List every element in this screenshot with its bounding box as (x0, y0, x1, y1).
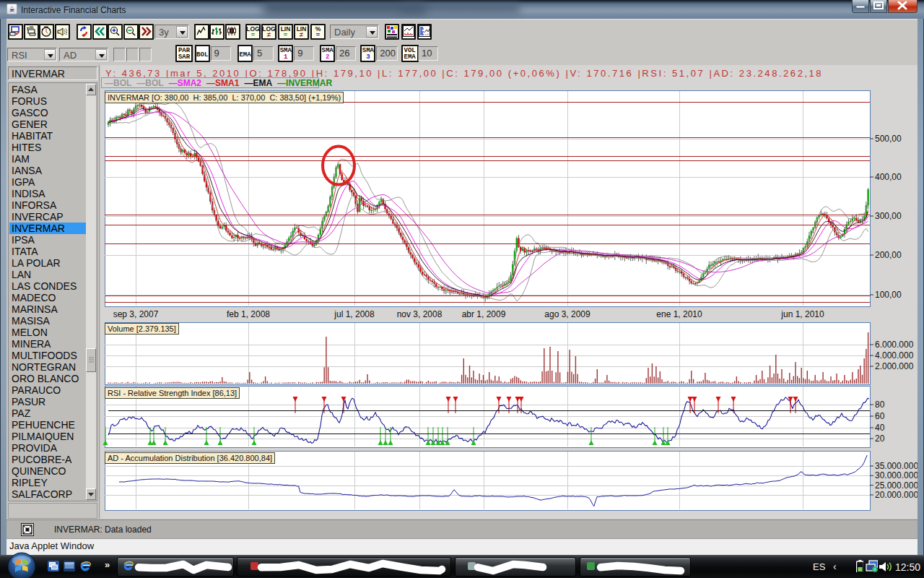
svg-text:4.000.000: 4.000.000 (875, 350, 914, 361)
svg-text:≠: ≠ (267, 31, 271, 38)
svg-text:=: = (315, 31, 319, 38)
svg-text:ago 3, 2009: ago 3, 2009 (544, 309, 590, 319)
svg-text:20.000.000: 20.000.000 (875, 490, 918, 500)
svg-text:30.000.000: 30.000.000 (875, 470, 918, 480)
svg-text:ene 1, 2010: ene 1, 2010 (656, 309, 702, 319)
svg-text:nov 3, 2008: nov 3, 2008 (397, 309, 443, 319)
svg-text:=: = (251, 31, 255, 38)
svg-text:40: 40 (875, 423, 885, 433)
svg-text:jun 1, 2010: jun 1, 2010 (780, 309, 824, 319)
svg-text:300,00: 300,00 (875, 211, 902, 221)
svg-text:200,00: 200,00 (875, 250, 902, 260)
svg-text:100,00: 100,00 (875, 290, 902, 300)
svg-text:35.000.000: 35.000.000 (875, 461, 918, 471)
svg-text:500,00: 500,00 (875, 134, 902, 144)
svg-text:6.000.000: 6.000.000 (875, 340, 914, 350)
svg-text:feb 1, 2008: feb 1, 2008 (227, 309, 270, 319)
svg-text:≠: ≠ (300, 31, 303, 38)
svg-text:jul 1, 2008: jul 1, 2008 (334, 309, 375, 319)
svg-text:400,00: 400,00 (875, 172, 902, 182)
svg-text:20: 20 (875, 434, 885, 444)
svg-text:abr 1, 2009: abr 1, 2009 (462, 309, 506, 319)
svg-text:sep 3, 2007: sep 3, 2007 (113, 309, 159, 319)
svg-text:2.000.000: 2.000.000 (875, 361, 914, 371)
svg-text:60: 60 (875, 411, 885, 421)
svg-text:80: 80 (875, 400, 885, 410)
svg-text:25.000.000: 25.000.000 (875, 480, 918, 491)
svg-text:=: = (283, 31, 287, 38)
